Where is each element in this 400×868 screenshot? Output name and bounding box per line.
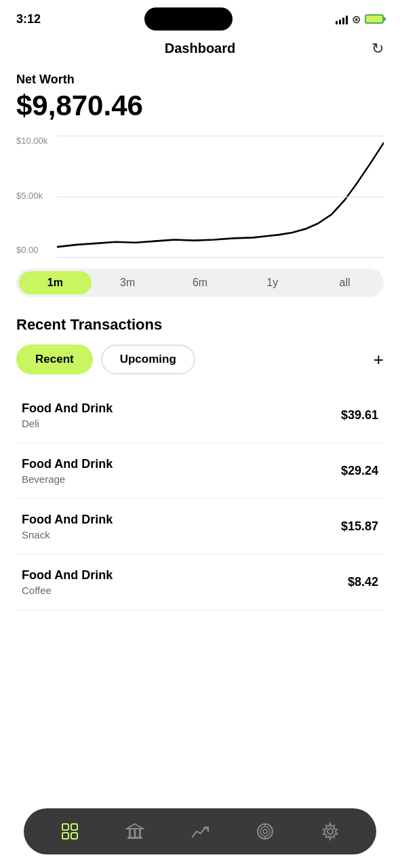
transaction-sub: Coffee [22, 585, 113, 596]
net-worth-value: $9,870.46 [16, 90, 384, 122]
nav-goals[interactable] [247, 818, 283, 845]
time-range-1m[interactable]: 1m [19, 271, 92, 294]
transaction-info: Food And Drink Beverage [22, 457, 113, 485]
svg-rect-2 [62, 833, 68, 839]
chart-gridline-top [57, 136, 384, 136]
dashboard-icon [60, 822, 79, 841]
svg-point-11 [263, 829, 267, 833]
time-range-selector: 1m 3m 6m 1y all [16, 269, 384, 297]
transaction-info: Food And Drink Deli [22, 401, 113, 429]
battery-icon [365, 14, 384, 24]
status-time: 3:12 [16, 12, 41, 26]
svg-rect-3 [71, 833, 77, 839]
time-range-1y[interactable]: 1y [236, 271, 308, 294]
transaction-sub: Deli [22, 418, 113, 429]
transaction-item[interactable]: Food And Drink Beverage $29.24 [16, 443, 384, 499]
transaction-category: Food And Drink [22, 457, 113, 471]
add-transaction-button[interactable]: + [374, 349, 384, 370]
time-range-3m[interactable]: 3m [92, 271, 164, 294]
chart-gridline-mid [57, 197, 384, 197]
svg-rect-6 [134, 829, 136, 837]
transaction-item[interactable]: Food And Drink Deli $39.61 [16, 388, 384, 443]
transactions-section-title: Recent Transactions [16, 316, 384, 334]
transaction-item[interactable]: Food And Drink Snack $15.87 [16, 499, 384, 555]
net-worth-label: Net Worth [16, 73, 384, 87]
svg-marker-4 [127, 824, 143, 829]
main-content: Net Worth $9,870.46 $10.00k $5.00k $0.00… [0, 62, 400, 610]
chart-plot-area [57, 136, 384, 258]
trends-icon [191, 822, 209, 841]
chart-y-label-top: $10.00k [16, 136, 47, 146]
time-range-all[interactable]: all [308, 271, 381, 294]
svg-rect-7 [139, 829, 141, 837]
refresh-button[interactable]: ↻ [372, 40, 384, 58]
nav-trends[interactable] [182, 818, 218, 845]
nav-bank[interactable] [117, 818, 153, 845]
transaction-info: Food And Drink Coffee [22, 568, 113, 596]
chart-y-label-bot: $0.00 [16, 245, 47, 255]
tab-recent[interactable]: Recent [16, 344, 93, 374]
transaction-list: Food And Drink Deli $39.61 Food And Drin… [16, 388, 384, 610]
transaction-amount: $29.24 [341, 464, 378, 478]
transaction-amount: $39.61 [341, 408, 378, 422]
chart-gridline-bot [57, 257, 384, 258]
transaction-sub: Snack [22, 529, 113, 540]
svg-point-14 [327, 829, 333, 834]
transaction-category: Food And Drink [22, 513, 113, 527]
svg-rect-0 [62, 824, 68, 830]
transaction-category: Food And Drink [22, 568, 113, 583]
transaction-amount: $15.87 [341, 519, 378, 534]
svg-rect-1 [71, 824, 77, 830]
nav-dashboard[interactable] [52, 818, 87, 845]
header: Dashboard ↻ [0, 35, 400, 62]
status-icons: ⊛ [336, 13, 384, 26]
svg-rect-8 [127, 837, 142, 839]
chart-y-labels: $10.00k $5.00k $0.00 [16, 136, 47, 258]
transaction-category: Food And Drink [22, 401, 113, 416]
notch [144, 7, 233, 31]
wifi-icon: ⊛ [352, 13, 361, 26]
status-bar: 3:12 ⊛ [0, 0, 400, 35]
transaction-info: Food And Drink Snack [22, 513, 113, 540]
bottom-navigation [24, 808, 376, 854]
time-range-6m[interactable]: 6m [164, 271, 237, 294]
tab-upcoming[interactable]: Upcoming [101, 344, 195, 374]
settings-icon [321, 822, 340, 841]
transaction-item[interactable]: Food And Drink Coffee $8.42 [16, 555, 384, 610]
page-title: Dashboard [165, 41, 235, 56]
transaction-tabs: Recent Upcoming + [16, 344, 384, 374]
svg-rect-5 [129, 829, 131, 837]
goals-icon [256, 822, 275, 841]
signal-icon [336, 14, 348, 24]
nav-settings[interactable] [313, 818, 348, 845]
svg-point-10 [260, 827, 270, 836]
bank-icon [125, 822, 144, 841]
chart-y-label-mid: $5.00k [16, 191, 47, 201]
net-worth-chart: $10.00k $5.00k $0.00 [16, 136, 384, 258]
transaction-amount: $8.42 [348, 575, 378, 589]
transaction-sub: Beverage [22, 473, 113, 485]
